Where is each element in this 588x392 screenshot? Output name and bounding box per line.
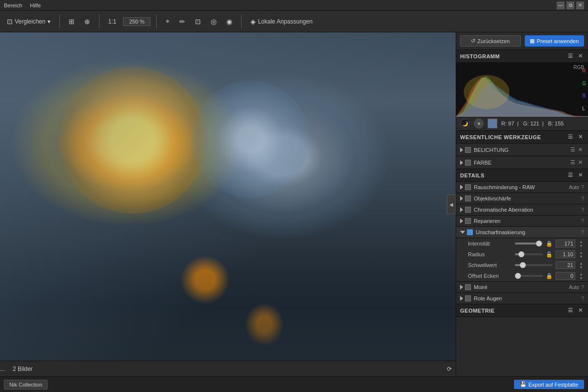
heal-button[interactable]: ◎ — [208, 16, 220, 27]
panel-expand-button[interactable]: ◀ — [447, 195, 456, 214]
moire-checkbox[interactable] — [465, 284, 471, 290]
compare-button[interactable]: ⊡ Vergleichen ▾ — [4, 16, 53, 27]
wesentliche-close-icon[interactable]: ✕ — [577, 133, 585, 141]
offset-ecken-up[interactable]: ▲ — [578, 272, 584, 276]
radius-lock-icon[interactable]: 🔓 — [546, 251, 553, 258]
night-mode-button[interactable]: 🌙 — [460, 119, 470, 128]
photo-area[interactable]: ◀ ... 2 Bilder ⟳ — [0, 32, 456, 376]
color-swatch — [488, 119, 497, 128]
local-adj-label: Lokale Anpassungen — [258, 18, 312, 25]
chromatische-help[interactable]: ? — [581, 207, 584, 213]
belichtung-close-icon[interactable]: ✕ — [577, 146, 584, 153]
chromatische-checkbox[interactable] — [465, 207, 471, 213]
rauschminderung-help[interactable]: ? — [581, 184, 584, 190]
layout-button[interactable]: ⊞ — [66, 16, 77, 27]
farbe-menu-icon[interactable]: ☰ — [569, 159, 577, 166]
offset-ecken-down[interactable]: ▼ — [578, 276, 584, 280]
unscharfmaskierung-help[interactable]: ? — [581, 229, 584, 235]
reparieren-row[interactable]: Reparieren ? — [456, 216, 588, 227]
radius-thumb[interactable] — [518, 251, 524, 257]
channel-l[interactable]: L — [582, 106, 586, 111]
reparieren-help[interactable]: ? — [581, 218, 584, 224]
offset-ecken-track[interactable] — [515, 275, 543, 277]
export-button[interactable]: 💾 Export auf Festplatte — [514, 380, 585, 389]
details-menu-icon[interactable]: ☰ — [566, 172, 575, 179]
stamp-button[interactable]: ⊡ — [192, 16, 204, 27]
rauschminderung-row[interactable]: Rauschminderung - RAW Auto ? — [456, 182, 588, 193]
close-button[interactable]: ✕ — [576, 1, 584, 9]
farbe-close-icon[interactable]: ✕ — [577, 159, 584, 166]
reparieren-label: Reparieren — [474, 218, 581, 224]
rote-augen-help[interactable]: ? — [581, 295, 584, 301]
channel-r[interactable]: R — [582, 68, 586, 74]
intensitaet-up[interactable]: ▲ — [578, 240, 584, 244]
dots-menu[interactable]: ... — [0, 366, 5, 372]
rote-augen-row[interactable]: Rote Augen ? — [456, 293, 588, 304]
unscharfmaskierung-checkbox[interactable] — [467, 229, 473, 235]
rauschminderung-checkbox[interactable] — [465, 184, 471, 190]
belichtung-menu-icon[interactable]: ☰ — [569, 146, 577, 153]
farbe-checkbox[interactable] — [465, 160, 471, 166]
histogram-header: HISTOGRAMM ☰ ✕ — [456, 50, 588, 63]
schwellwert-value[interactable]: 21 — [556, 261, 575, 269]
local-adj-icon: ◈ — [250, 18, 256, 25]
radius-up[interactable]: ▲ — [578, 250, 584, 254]
chromatische-row[interactable]: Chromatische Aberration ? — [456, 204, 588, 216]
histogram-title: HISTOGRAMM — [460, 53, 500, 59]
rote-augen-checkbox[interactable] — [465, 295, 471, 301]
belichtung-row[interactable]: BELICHTUNG ☰ ✕ — [456, 144, 588, 156]
maximize-button[interactable]: ⧉ — [566, 1, 574, 9]
minimize-button[interactable]: — — [557, 1, 564, 9]
day-mode-button[interactable]: ☀ — [474, 119, 484, 128]
reparieren-checkbox[interactable] — [465, 218, 471, 224]
schwellwert-track[interactable] — [515, 264, 553, 266]
radius-value[interactable]: 1.10 — [556, 250, 575, 258]
objektivschaerfe-row[interactable]: Objektivschärfe ? — [456, 193, 588, 204]
histogram-chart — [456, 63, 588, 117]
intensitaet-track[interactable] — [515, 243, 543, 245]
geometrie-close-icon[interactable]: ✕ — [577, 307, 585, 314]
intensitaet-thumb[interactable] — [536, 241, 542, 246]
offset-ecken-value[interactable]: 0 — [556, 272, 575, 280]
moire-help[interactable]: ? — [581, 284, 584, 290]
schwellwert-down[interactable]: ▼ — [578, 265, 584, 269]
intensitaet-lock-icon[interactable]: 🔒 — [546, 241, 553, 247]
sync-icon[interactable]: ⟳ — [447, 366, 452, 372]
wesentliche-menu-icon[interactable]: ☰ — [566, 133, 575, 141]
crop-button[interactable]: ⊕ — [81, 16, 93, 27]
straighten-button[interactable]: ⌖ — [163, 15, 172, 27]
belichtung-checkbox[interactable] — [465, 147, 471, 153]
offset-ecken-thumb[interactable] — [515, 273, 521, 279]
intensitaet-down[interactable]: ▼ — [578, 244, 584, 247]
details-close-icon[interactable]: ✕ — [577, 172, 585, 179]
intensitaet-value[interactable]: 171 — [556, 240, 575, 247]
histogram-close-icon[interactable]: ✕ — [577, 52, 585, 60]
pen-button[interactable]: ✏ — [176, 16, 188, 27]
zoom-display[interactable]: 250 % — [123, 17, 150, 26]
histogram-menu-icon[interactable]: ☰ — [566, 52, 575, 60]
schwellwert-spinner: ▲ ▼ — [578, 261, 584, 269]
radius-track[interactable] — [515, 253, 543, 255]
channel-b[interactable]: B — [582, 93, 586, 98]
radius-down[interactable]: ▼ — [578, 254, 584, 258]
menu-hilfe[interactable]: Hilfe — [30, 2, 41, 8]
ratio-button[interactable]: 1:1 — [105, 16, 120, 27]
offset-lock-icon[interactable]: 🔒 — [546, 273, 553, 279]
preset-icon: ▦ — [530, 38, 535, 44]
eye-button[interactable]: ◉ — [223, 16, 235, 27]
menu-bereich[interactable]: Bereich — [4, 2, 22, 8]
radius-label: Radius — [468, 251, 512, 257]
unscharfmaskierung-row[interactable]: Unscharfmaskierung ? — [456, 227, 588, 238]
farbe-row[interactable]: FARBE ☰ ✕ — [456, 156, 588, 169]
schwellwert-thumb[interactable] — [520, 262, 526, 268]
geometrie-menu-icon[interactable]: ☰ — [566, 307, 575, 314]
objektivschaerfe-help[interactable]: ? — [581, 196, 584, 201]
reset-button[interactable]: ↺ Zurücksetzen — [460, 35, 521, 47]
schwellwert-up[interactable]: ▲ — [578, 261, 584, 265]
local-adjustments-button[interactable]: ◈ Lokale Anpassungen — [247, 16, 315, 27]
preset-button[interactable]: ▦ Preset anwenden — [525, 35, 585, 47]
nik-collection-button[interactable]: Nik Collection — [4, 380, 48, 390]
objektivschaerfe-checkbox[interactable] — [465, 196, 471, 201]
channel-g[interactable]: G — [582, 81, 586, 86]
moire-row[interactable]: Moiré Auto ? — [456, 282, 588, 293]
